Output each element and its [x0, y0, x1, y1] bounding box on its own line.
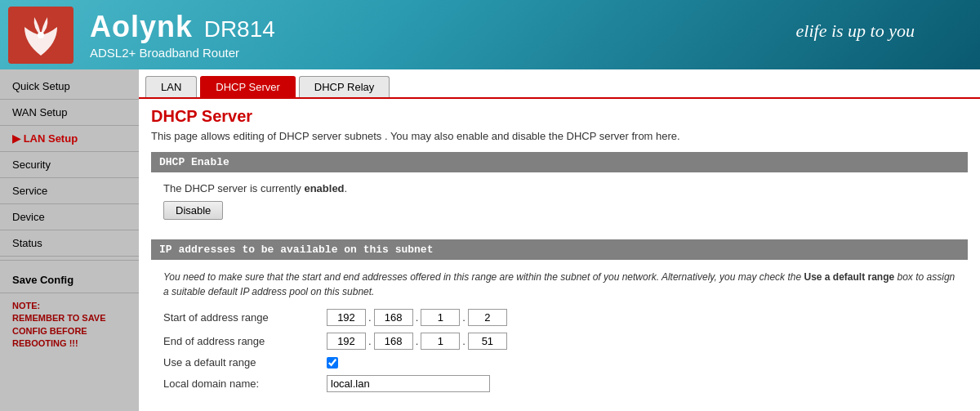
dhcp-enable-section-header: DHCP Enable	[151, 152, 968, 172]
dhcp-status-value: enabled	[304, 182, 344, 194]
dhcp-enable-content: The DHCP server is currently enabled. Di…	[151, 172, 968, 230]
default-range-checkbox[interactable]	[327, 357, 338, 369]
main-layout: Quick Setup WAN Setup LAN Setup Security…	[0, 69, 980, 411]
ip-subnet-section-header: IP addresses to be available on this sub…	[151, 239, 968, 260]
start-ip3[interactable]	[421, 309, 460, 326]
model-name: DR814	[204, 16, 275, 42]
end-ip3[interactable]	[421, 333, 460, 350]
use-default-range-bold: Use a default range	[804, 271, 894, 283]
end-ip1[interactable]	[327, 333, 366, 350]
end-ip2[interactable]	[374, 333, 413, 350]
tab-lan[interactable]: LAN	[145, 76, 197, 97]
end-address-fields: . . .	[327, 333, 507, 350]
sidebar: Quick Setup WAN Setup LAN Setup Security…	[0, 69, 139, 411]
tab-bar: LAN DHCP Server DHCP Relay	[139, 69, 980, 99]
sidebar-item-wan-setup[interactable]: WAN Setup	[0, 100, 139, 126]
brand-name: Aolynk	[90, 10, 193, 43]
subnet-description: You need to make sure that the start and…	[163, 270, 956, 299]
start-address-row: Start of address range . . .	[163, 309, 956, 326]
sidebar-item-lan-setup[interactable]: LAN Setup	[0, 126, 139, 152]
page-description: This page allows editing of DHCP server …	[151, 130, 968, 142]
slogan: elife is up to you	[796, 20, 915, 42]
sidebar-item-security[interactable]: Security	[0, 152, 139, 178]
sidebar-item-device[interactable]: Device	[0, 204, 139, 230]
sidebar-item-status[interactable]: Status	[0, 230, 139, 257]
start-ip1[interactable]	[327, 309, 366, 326]
end-address-label: End of address range	[163, 335, 327, 347]
tab-dhcp-relay[interactable]: DHCP Relay	[299, 76, 390, 97]
svg-point-0	[38, 32, 44, 38]
domain-name-input[interactable]	[327, 375, 490, 392]
sidebar-divider	[0, 260, 139, 261]
header-text: Aolynk DR814 ADSL2+ Broadband Router	[90, 10, 275, 60]
page-content: DHCP Server This page allows editing of …	[139, 99, 980, 411]
dhcp-status-text: The DHCP server is currently enabled.	[163, 182, 956, 194]
header: Aolynk DR814 ADSL2+ Broadband Router eli…	[0, 0, 980, 69]
sidebar-item-quick-setup[interactable]: Quick Setup	[0, 74, 139, 100]
start-ip4[interactable]	[468, 309, 507, 326]
ip-subnet-section: IP addresses to be available on this sub…	[151, 239, 968, 409]
note-label: NOTE:	[12, 301, 40, 310]
tab-dhcp-server[interactable]: DHCP Server	[200, 76, 296, 97]
default-range-label: Use a default range	[163, 356, 327, 369]
end-ip4[interactable]	[468, 333, 507, 350]
subtitle: ADSL2+ Broadband Router	[90, 46, 275, 60]
domain-name-row: Local domain name:	[163, 375, 956, 392]
start-address-label: Start of address range	[163, 311, 327, 324]
domain-name-label: Local domain name:	[163, 377, 327, 390]
start-ip2[interactable]	[374, 309, 413, 326]
sidebar-item-service[interactable]: Service	[0, 178, 139, 204]
disable-button[interactable]: Disable	[163, 201, 223, 220]
save-config-link[interactable]: Save Config	[0, 264, 139, 293]
logo	[8, 7, 74, 64]
ip-subnet-content: You need to make sure that the start and…	[151, 260, 968, 409]
default-range-row: Use a default range	[163, 356, 956, 369]
start-address-fields: . . .	[327, 309, 507, 326]
sidebar-note: NOTE: REMEMBER TO SAVE CONFIG BEFORE REB…	[0, 293, 139, 357]
page-title: DHCP Server	[151, 107, 968, 126]
note-text: REMEMBER TO SAVE CONFIG BEFORE REBOOTING…	[12, 313, 106, 348]
main-content: LAN DHCP Server DHCP Relay DHCP Server T…	[139, 69, 980, 411]
end-address-row: End of address range . . .	[163, 333, 956, 350]
